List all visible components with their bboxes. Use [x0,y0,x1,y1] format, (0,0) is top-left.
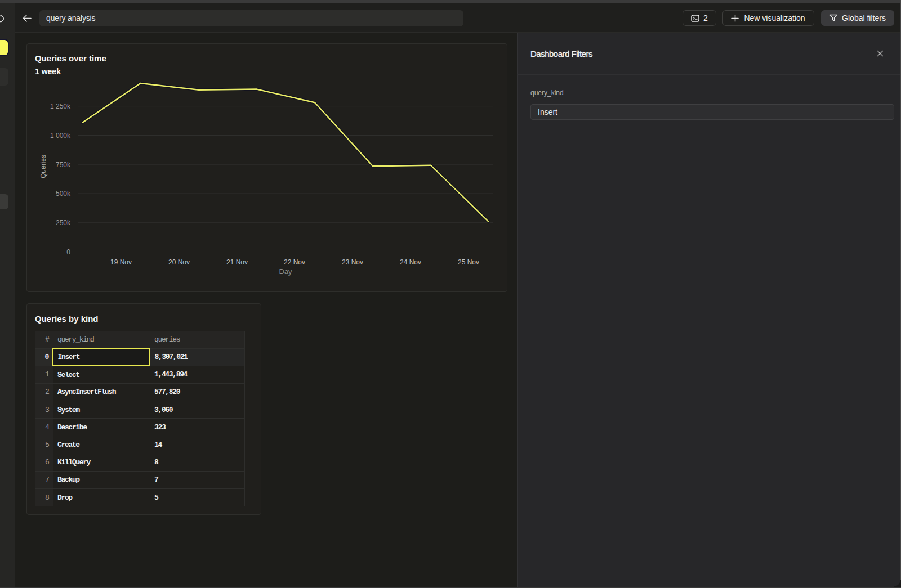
svg-text:750k: 750k [56,161,71,169]
svg-text:23 Nov: 23 Nov [342,258,363,266]
svg-text:250k: 250k [56,219,71,227]
svg-text:1 week: 1 week [35,67,61,76]
svg-text:Queries over time: Queries over time [35,53,106,63]
svg-text:22 Nov: 22 Nov [284,258,305,266]
svg-text:Queries: Queries [39,155,47,178]
svg-text:21 Nov: 21 Nov [226,258,248,266]
svg-text:19 Nov: 19 Nov [110,258,132,266]
svg-text:Day: Day [279,267,292,276]
svg-text:20 Nov: 20 Nov [168,258,190,266]
svg-text:1 000k: 1 000k [50,132,71,140]
svg-text:500k: 500k [56,190,71,198]
svg-text:25 Nov: 25 Nov [458,258,479,266]
svg-text:0: 0 [66,248,70,256]
svg-text:24 Nov: 24 Nov [400,258,421,266]
svg-text:1 250k: 1 250k [50,102,71,110]
